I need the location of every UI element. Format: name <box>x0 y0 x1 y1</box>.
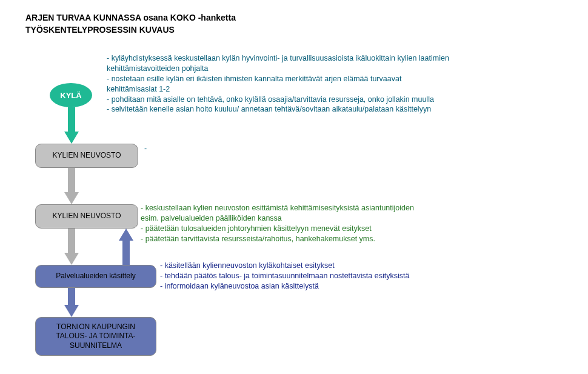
neu2-l1: - keskustellaan kylien neuvoston esittäm… <box>141 203 577 213</box>
palv-l2: - tehdään päätös talous- ja toimintasuun… <box>160 271 572 281</box>
desc-neuvosto1: - <box>144 144 147 154</box>
desc-kyla-l4: - selvitetään kenelle asian hoito kuuluu… <box>107 104 580 115</box>
neuvosto2-label: KYLIEN NEUVOSTO <box>52 212 121 221</box>
title-line1: ARJEN TURVAA KUNNASSA osana KOKO -hanket… <box>25 13 236 22</box>
neu2-l2: - päätetään tulosalueiden johtoryhmien k… <box>141 224 577 234</box>
desc-neuvosto2: - keskustellaan kylien neuvoston esittäm… <box>141 203 577 244</box>
diagram-title: ARJEN TURVAA KUNNASSA osana KOKO -hanket… <box>25 12 236 36</box>
neu2-l3: - päätetään tarvittavista resursseista/r… <box>141 234 577 244</box>
node-neuvosto1: KYLIEN NEUVOSTO <box>35 144 138 168</box>
desc-kyla-l1b: kehittämistavoitteiden pohjalta <box>107 64 580 74</box>
desc-kyla-l1: - kyläyhdistyksessä keskustellaan kylän … <box>107 53 580 64</box>
svg-marker-9 <box>64 305 79 317</box>
arrow-neuvosto1-to-neuvosto2 <box>64 168 79 204</box>
svg-marker-6 <box>119 229 133 241</box>
desc-kyla-l2b: kehittämisasiat 1-2 <box>107 84 580 95</box>
palv-l3: - informoidaan kyläneuvostoa asian käsit… <box>160 281 572 292</box>
arrow-kyla-to-neuvosto1 <box>64 107 79 144</box>
neuvosto1-label: KYLIEN NEUVOSTO <box>52 151 121 161</box>
tornion-l2: TALOUS- JA TOIMINTA- <box>56 332 135 340</box>
desc-kyla-l2: - nostetaan esille kylän eri ikäisten ih… <box>107 74 580 84</box>
svg-marker-3 <box>64 192 79 204</box>
palvelu-label: Palvelualueiden käsittely <box>56 272 135 281</box>
desc-palvelu: - käsitellään kylienneuvoston kyläkohtai… <box>160 261 572 292</box>
title-line2: TYÖSKENTELYPROSESSIN KUVAUS <box>25 25 175 35</box>
flowchart-canvas: ARJEN TURVAA KUNNASSA osana KOKO -hanket… <box>0 0 588 374</box>
node-tornion: TORNION KAUPUNGIN TALOUS- JA TOIMINTA- S… <box>35 317 156 356</box>
neu1-dash: - <box>144 144 147 153</box>
tornion-l1: TORNION KAUPUNGIN <box>56 322 135 331</box>
tornion-text: TORNION KAUPUNGIN TALOUS- JA TOIMINTA- S… <box>56 322 135 351</box>
node-neuvosto2: KYLIEN NEUVOSTO <box>35 204 138 229</box>
neu2-l1b: esim. palvelualueiden päälliköiden kanss… <box>141 213 577 224</box>
palv-l1: - käsitellään kylienneuvoston kyläkohtai… <box>160 261 572 271</box>
svg-marker-1 <box>64 132 79 144</box>
arrow-neuvosto2-to-palvelu <box>64 229 79 265</box>
node-palvelu: Palvelualueiden käsittely <box>35 265 156 288</box>
svg-marker-5 <box>64 253 79 265</box>
kyla-label: KYLÄ <box>60 91 81 100</box>
desc-kyla-l3: - pohditaan mitä asialle on tehtävä, onk… <box>107 95 580 105</box>
arrow-palvelu-to-tornion <box>64 288 79 317</box>
node-kyla: KYLÄ <box>50 83 92 107</box>
tornion-l3: SUUNNITELMA <box>70 341 122 350</box>
arrow-palvelu-to-neuvosto2 <box>119 229 133 265</box>
desc-kyla: - kyläyhdistyksessä keskustellaan kylän … <box>107 53 580 115</box>
